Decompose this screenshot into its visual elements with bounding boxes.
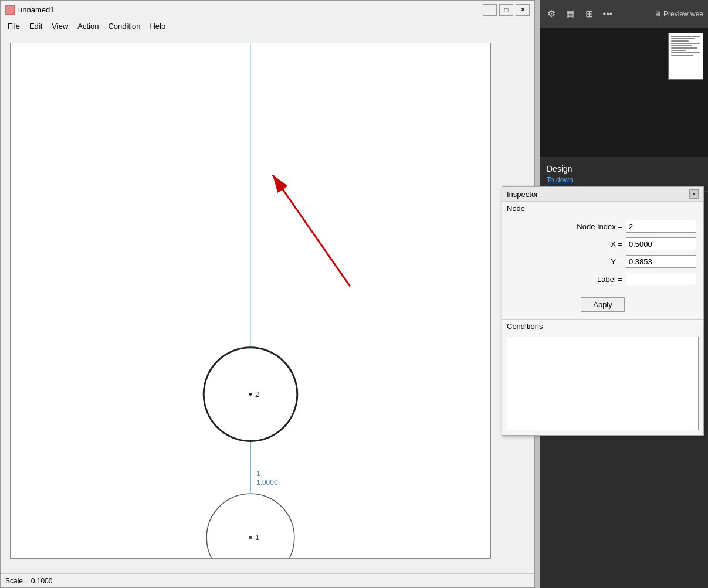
- preview-label: Preview wee: [663, 10, 703, 18]
- x-input[interactable]: [626, 237, 696, 250]
- menu-view[interactable]: View: [47, 21, 73, 32]
- svg-point-10: [249, 536, 252, 539]
- svg-point-7: [249, 393, 252, 396]
- right-panel-toolbar: ⚙ ▦ ⊞ ••• 🖥 Preview wee: [540, 0, 708, 28]
- x-label: X =: [611, 240, 622, 249]
- rp-icon-1[interactable]: ⚙: [544, 7, 558, 21]
- label-label: Label =: [597, 275, 622, 284]
- menu-edit[interactable]: Edit: [25, 21, 47, 32]
- svg-text:1: 1: [255, 533, 259, 542]
- rp-thumbnail: [540, 28, 708, 157]
- y-row: Y =: [509, 255, 696, 268]
- node-index-label: Node Index =: [577, 222, 622, 231]
- maximize-button[interactable]: □: [499, 4, 513, 16]
- inspector-node-label: Node: [502, 202, 703, 215]
- inspector-close-button[interactable]: ×: [689, 189, 699, 199]
- rp-thumb-lines: [669, 33, 703, 59]
- rp-thumb-line: [671, 38, 695, 39]
- svg-text:2: 2: [255, 390, 259, 399]
- window-title: unnamed1: [18, 5, 483, 14]
- menu-help[interactable]: Help: [145, 21, 170, 32]
- preview-button[interactable]: 🖥 Preview wee: [654, 10, 703, 18]
- menu-action[interactable]: Action: [73, 21, 103, 32]
- title-bar-buttons: — □ ✕: [483, 4, 530, 16]
- y-label: Y =: [611, 257, 622, 266]
- menu-condition[interactable]: Condition: [103, 21, 145, 32]
- svg-point-9: [206, 494, 294, 558]
- apply-button[interactable]: Apply: [581, 297, 625, 312]
- svg-line-2: [273, 175, 350, 287]
- status-bar: Scale = 0.1000: [1, 573, 534, 587]
- conditions-box: [507, 337, 699, 430]
- rp-design-link[interactable]: To down: [547, 176, 701, 184]
- svg-text:1.0000: 1.0000: [256, 478, 278, 487]
- y-input[interactable]: [626, 255, 696, 268]
- rp-icon-2[interactable]: ▦: [563, 7, 577, 21]
- rp-thumb-line: [671, 36, 700, 37]
- label-input[interactable]: [626, 273, 696, 285]
- rp-more-icon[interactable]: •••: [601, 7, 615, 21]
- rp-thumb-line: [671, 43, 700, 44]
- canvas-svg: 1 1.0000 2 1: [11, 43, 490, 558]
- rp-thumb-line: [671, 45, 692, 46]
- preview-icon: 🖥: [654, 10, 661, 18]
- rp-thumb-line: [671, 40, 689, 42]
- conditions-label: Conditions: [502, 319, 703, 333]
- canvas-area[interactable]: 1 1.0000 2 1: [10, 43, 491, 559]
- inspector-title-bar: Inspector ×: [502, 187, 703, 202]
- menu-bar: File Edit View Action Condition Help: [1, 19, 534, 33]
- rp-design-title: Design: [547, 164, 701, 174]
- scale-label: Scale = 0.1000: [5, 577, 52, 585]
- window-icon: [5, 5, 15, 15]
- close-button[interactable]: ✕: [516, 4, 530, 16]
- svg-text:1: 1: [256, 470, 260, 478]
- rp-thumb-line: [671, 55, 693, 56]
- inspector-fields: Node Index = X = Y = Label =: [502, 215, 703, 295]
- main-window: unnamed1 — □ ✕ File Edit View Action Con…: [0, 0, 535, 588]
- inspector-panel: Inspector × Node Node Index = X = Y = La…: [502, 186, 704, 436]
- rp-thumb-line: [671, 52, 700, 53]
- rp-thumb-preview: [668, 33, 703, 80]
- title-bar: unnamed1 — □ ✕: [1, 1, 534, 19]
- inspector-title: Inspector: [507, 190, 538, 199]
- node-index-input[interactable]: [626, 220, 696, 233]
- minimize-button[interactable]: —: [483, 4, 497, 16]
- rp-icon-3[interactable]: ⊞: [582, 7, 596, 21]
- label-row: Label =: [509, 273, 696, 285]
- node-index-row: Node Index =: [509, 220, 696, 233]
- rp-thumb-line: [671, 50, 686, 51]
- menu-file[interactable]: File: [3, 21, 25, 32]
- rp-thumb-line: [671, 47, 697, 49]
- x-row: X =: [509, 237, 696, 250]
